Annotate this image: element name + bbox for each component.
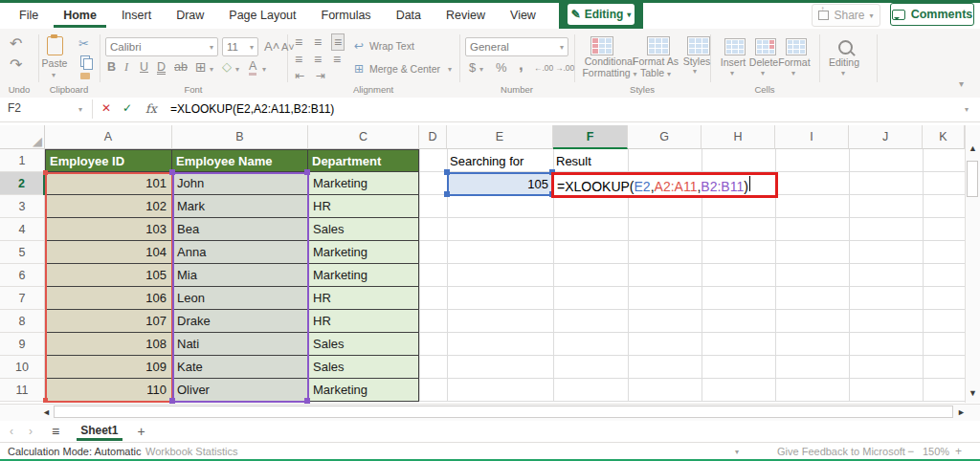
tab-review[interactable]: Review [436, 4, 495, 28]
editing-mode-button[interactable]: ✎ Editing ▾ [568, 4, 635, 25]
tab-file[interactable]: File [10, 4, 48, 28]
align-center-icon[interactable]: ≡ [314, 53, 322, 66]
cell-C3[interactable]: HR [308, 195, 419, 218]
font-color-icon[interactable]: A [249, 59, 256, 76]
name-box-chevron-icon[interactable]: ▾ [78, 105, 82, 114]
row-header-6[interactable]: 6 [0, 264, 45, 287]
decrease-indent-icon[interactable]: ⇤ [295, 70, 304, 81]
increase-decimal-icon[interactable]: ←.00 [534, 63, 553, 73]
borders-icon[interactable]: ⊞ [195, 59, 207, 75]
row-header-9[interactable]: 9 [0, 333, 45, 356]
zoom-level[interactable]: 150% [923, 446, 949, 457]
redo-icon[interactable]: ↷ [10, 57, 22, 73]
select-all-corner[interactable]: ◢ [0, 125, 45, 149]
col-header-J[interactable]: J [849, 125, 923, 149]
merge-center-button[interactable]: Merge & Center [369, 63, 440, 75]
next-sheet-icon[interactable]: › [29, 425, 33, 438]
row-header-7[interactable]: 7 [0, 287, 45, 310]
cell-B1[interactable]: Employee Name [172, 149, 308, 172]
currency-format-button[interactable]: $ [469, 60, 476, 75]
col-header-D[interactable]: D [419, 125, 447, 149]
zoom-in-icon[interactable]: + [955, 445, 962, 458]
col-header-A[interactable]: A [45, 125, 172, 149]
align-bottom-icon[interactable]: ≡ [331, 33, 345, 51]
paste-clipboard-icon[interactable] [47, 36, 63, 55]
paste-button[interactable]: Paste [38, 57, 71, 69]
tab-draw[interactable]: Draw [167, 4, 213, 28]
cell-E2[interactable]: 105 [447, 172, 554, 196]
sheet-tab-sheet1[interactable]: Sheet1 [77, 422, 122, 441]
zoom-out-icon[interactable]: − [907, 445, 914, 458]
cell-C9[interactable]: Sales [308, 333, 419, 356]
ribbon-collapse-icon[interactable]: ▾ [959, 78, 964, 89]
col-header-K[interactable]: K [923, 125, 965, 149]
cell-C6[interactable]: Marketing [308, 264, 419, 287]
cell-C1[interactable]: Department [308, 149, 419, 172]
row-header-10[interactable]: 10 [0, 356, 45, 379]
comments-button[interactable]: Comments [890, 3, 974, 26]
align-left-icon[interactable]: ≡ [295, 53, 302, 66]
range-handle[interactable] [444, 191, 450, 197]
cell-A1[interactable]: Employee ID [45, 149, 172, 172]
undo-icon[interactable]: ↶ [10, 36, 22, 52]
increase-indent-icon[interactable]: ⇥ [316, 70, 325, 81]
underline-button[interactable]: U [140, 60, 148, 74]
strikethrough-button[interactable]: ab [174, 60, 188, 74]
font-size-combo[interactable]: 11▾ [222, 37, 258, 56]
row-header-4[interactable]: 4 [0, 218, 45, 241]
font-name-combo[interactable]: Calibri▾ [105, 37, 218, 56]
scroll-up-icon[interactable]: ▲ [969, 143, 977, 153]
status-chevron-icon[interactable]: ▾ [735, 448, 739, 456]
new-sheet-icon[interactable]: + [138, 424, 145, 439]
row-header-3[interactable]: 3 [0, 195, 45, 218]
formula-bar-content[interactable]: =XLOOKUP(E2,A2:A11,B2:B11) [170, 102, 334, 116]
workbook-statistics-button[interactable]: Workbook Statistics [145, 446, 237, 457]
col-header-F[interactable]: F [553, 125, 628, 149]
name-box[interactable]: F2 [8, 101, 21, 115]
align-top-icon[interactable]: ≡ [295, 35, 302, 49]
tab-formulas[interactable]: Formulas [312, 4, 381, 28]
row-header-1[interactable]: 1 [0, 149, 45, 172]
cell-F2-formula-editor[interactable]: =XLOOKUP(E2,A2:A11,B2:B11) [557, 176, 750, 195]
italic-button[interactable]: I [124, 60, 128, 75]
tab-view[interactable]: View [501, 4, 546, 28]
horizontal-scrollbar-thumb[interactable] [54, 406, 953, 418]
enter-icon[interactable]: ✓ [122, 101, 132, 115]
all-sheets-icon[interactable]: ≡ [52, 424, 59, 439]
number-format-combo[interactable]: General▾ [465, 37, 568, 56]
tab-insert[interactable]: Insert [112, 4, 161, 28]
row-header-2[interactable]: 2 [0, 172, 45, 195]
tab-home[interactable]: Home [54, 4, 106, 28]
col-header-C[interactable]: C [308, 125, 419, 149]
double-underline-button[interactable]: D [157, 60, 166, 74]
range-handle[interactable] [444, 169, 450, 175]
cell-C2[interactable]: Marketing [308, 172, 419, 195]
format-painter-icon[interactable] [80, 73, 90, 79]
cell-E1[interactable]: Searching for [450, 150, 551, 171]
range-handle[interactable] [304, 169, 310, 175]
feedback-link[interactable]: Give Feedback to Microsoft [777, 446, 905, 457]
col-header-I[interactable]: I [775, 125, 849, 149]
calculation-mode-status[interactable]: Calculation Mode: Automatic [8, 446, 141, 457]
cell-C5[interactable]: Marketing [308, 241, 419, 264]
cell-C10[interactable]: Sales [308, 356, 419, 379]
row-header-8[interactable]: 8 [0, 310, 45, 333]
scroll-left-icon[interactable]: ◄ [42, 407, 51, 417]
range-handle[interactable] [169, 169, 175, 175]
cell-C8[interactable]: HR [308, 310, 419, 333]
col-header-E[interactable]: E [447, 125, 553, 149]
cell-C4[interactable]: Sales [308, 218, 419, 241]
prev-sheet-icon[interactable]: ‹ [10, 425, 13, 438]
col-header-G[interactable]: G [628, 125, 702, 149]
decrease-decimal-icon[interactable]: →.00 [555, 63, 574, 73]
comma-format-button[interactable]: , [519, 55, 523, 75]
tab-page-layout[interactable]: Page Layout [219, 4, 305, 28]
align-middle-icon[interactable]: ≡ [314, 35, 322, 49]
col-header-H[interactable]: H [702, 125, 775, 149]
cut-icon[interactable]: ✂ [78, 36, 89, 51]
editing-group-button[interactable]: Editing [821, 56, 867, 68]
wrap-text-button[interactable]: Wrap Text [369, 40, 414, 52]
scroll-down-icon[interactable]: ▼ [969, 388, 977, 398]
row-header-11[interactable]: 11 [0, 379, 45, 402]
vertical-scrollbar-thumb[interactable] [967, 161, 978, 197]
